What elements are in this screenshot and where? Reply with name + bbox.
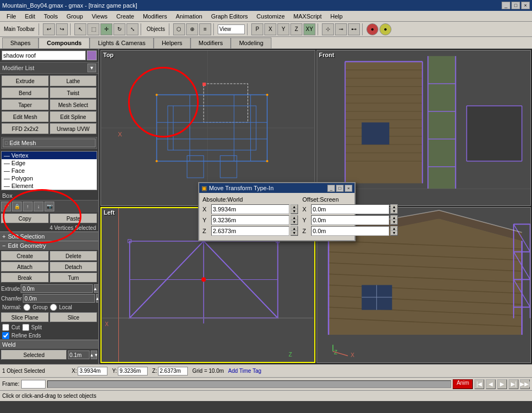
extrude-input[interactable] <box>21 284 93 293</box>
anim-track[interactable] <box>47 380 452 388</box>
dialog-y-abs-spinner[interactable]: ▲ ▼ <box>290 215 298 225</box>
z-axis-btn[interactable]: Z <box>290 23 302 35</box>
snap3-btn[interactable]: ⊷ <box>348 23 360 35</box>
soft-selection-header[interactable]: + Soft Selection <box>0 231 98 241</box>
modifier-stack-item-editmesh[interactable]: □ Edit Mesh <box>3 139 96 147</box>
taper-button[interactable]: Taper <box>2 99 49 110</box>
weld-section-header[interactable]: Weld <box>0 340 98 349</box>
snap2-btn[interactable]: ⊸ <box>335 23 347 35</box>
down-sub-btn[interactable]: ↓ <box>34 202 43 211</box>
xy-btn[interactable]: XY <box>303 23 315 35</box>
cut-checkbox[interactable] <box>2 324 9 331</box>
menu-customize[interactable]: Customize <box>252 12 289 21</box>
x-axis-btn[interactable]: X <box>264 23 276 35</box>
dialog-x-abs-spinner[interactable]: ▲ ▼ <box>290 204 298 214</box>
modifier-list-dropdown[interactable]: ▼ <box>87 64 96 72</box>
dialog-y-off-down[interactable]: ▼ <box>391 220 397 224</box>
dialog-controls[interactable]: _ □ × <box>327 185 352 192</box>
twist-button[interactable]: Twist <box>50 87 97 98</box>
menu-edit[interactable]: Edit <box>21 12 40 21</box>
tab-compounds[interactable]: Compounds <box>39 37 90 48</box>
y-axis-btn[interactable]: Y <box>277 23 289 35</box>
dialog-maximize[interactable]: □ <box>336 185 344 192</box>
split-checkbox[interactable] <box>22 324 29 331</box>
detach-button[interactable]: Detach <box>50 262 98 272</box>
menu-maxscript[interactable]: MAXScript <box>289 12 326 21</box>
select-button[interactable]: ↖ <box>74 23 86 35</box>
tab-modifiers[interactable]: Modifiers <box>191 37 231 48</box>
dialog-y-off-spinner[interactable]: ▲ ▼ <box>390 215 398 225</box>
extrude-button[interactable]: Extrude <box>2 76 49 86</box>
end-frame-btn[interactable]: ▶▶| <box>520 379 530 389</box>
dialog-y-abs-up[interactable]: ▲ <box>291 216 297 220</box>
tab-modeling[interactable]: Modeling <box>231 37 271 48</box>
slice-plane-button[interactable]: Slice Plane <box>1 312 49 322</box>
delete-geo-button[interactable]: Delete <box>50 251 98 261</box>
undo-button[interactable]: ↩ <box>43 23 55 35</box>
move-button[interactable]: ✛ <box>100 23 112 35</box>
tree-item-polygon[interactable]: — Polygon <box>2 174 97 182</box>
turn-button[interactable]: Turn <box>50 273 98 283</box>
dialog-y-off-input[interactable] <box>311 215 389 225</box>
view-input[interactable] <box>218 24 245 34</box>
menu-graph-editors[interactable]: Graph Editors <box>207 12 252 21</box>
next-frame-btn[interactable]: ▶| <box>509 379 518 389</box>
dialog-z-off-down[interactable]: ▼ <box>391 231 397 235</box>
shapes-btn[interactable]: ⬡ <box>173 23 185 35</box>
attach-button[interactable]: Attach <box>1 262 49 272</box>
unwrap-uvw-button[interactable]: Unwrap UVW <box>50 123 97 134</box>
normal-local-radio[interactable] <box>50 304 57 311</box>
coord-z-input[interactable] <box>158 367 188 376</box>
coord-x-input[interactable] <box>78 367 107 376</box>
dialog-x-off-up[interactable]: ▲ <box>391 205 397 209</box>
mesh-select-button[interactable]: Mesh Select <box>50 99 97 110</box>
normal-group-radio[interactable] <box>23 304 30 311</box>
redo-button[interactable]: ↪ <box>56 23 68 35</box>
tree-item-edge[interactable]: — Edge <box>2 159 97 167</box>
dialog-y-abs-down[interactable]: ▼ <box>291 220 297 224</box>
perspective-icon[interactable]: P <box>251 23 263 35</box>
menu-modifiers[interactable]: Modifiers <box>138 12 172 21</box>
tree-item-element[interactable]: — Element <box>2 182 97 190</box>
copy-button[interactable]: Copy <box>1 214 49 223</box>
dialog-z-off-up[interactable]: ▲ <box>391 227 397 231</box>
maximize-button[interactable]: □ <box>511 2 520 9</box>
dialog-z-abs-down[interactable]: ▼ <box>291 231 297 235</box>
dialog-z-abs-spinner[interactable]: ▲ ▼ <box>290 226 298 236</box>
paste-button[interactable]: Paste <box>50 214 98 223</box>
menu-group[interactable]: Group <box>62 12 87 21</box>
edit-spline-button[interactable]: Edit Spline <box>50 111 97 122</box>
menu-tools[interactable]: Tools <box>40 12 62 21</box>
anim-button[interactable]: Anim <box>453 379 473 389</box>
rotate-button[interactable]: ↻ <box>113 23 125 35</box>
create-geo-button[interactable]: Create <box>1 251 49 261</box>
lock-btn[interactable]: 🔒 <box>12 202 22 211</box>
tab-shapes[interactable]: Shapes <box>2 37 39 48</box>
dialog-z-abs-up[interactable]: ▲ <box>291 227 297 231</box>
weld-spinner[interactable]: ▲▼ <box>91 351 97 359</box>
dialog-y-abs-input[interactable] <box>211 215 289 225</box>
menu-views[interactable]: Views <box>87 12 112 21</box>
extrude-spinner[interactable]: ▲▼ <box>94 284 99 293</box>
dialog-z-abs-input[interactable] <box>211 226 289 236</box>
coord-y-input[interactable] <box>118 367 148 376</box>
edit-geometry-header[interactable]: − Edit Geometry <box>0 241 98 250</box>
refine-ends-checkbox[interactable] <box>2 332 9 339</box>
camera-sub-btn[interactable]: 📷 <box>45 202 54 211</box>
material-btn[interactable]: ● <box>366 23 378 35</box>
scale-button[interactable]: ⤡ <box>126 23 138 35</box>
edit-mesh-button[interactable]: Edit Mesh <box>2 111 49 122</box>
dialog-x-abs-input[interactable] <box>211 204 289 214</box>
select-region-button[interactable]: ⬚ <box>87 23 99 35</box>
align-btn[interactable]: ≡ <box>199 23 211 35</box>
dialog-z-off-input[interactable] <box>311 226 389 236</box>
dialog-close[interactable]: × <box>345 185 352 192</box>
bend-button[interactable]: Bend <box>2 87 49 98</box>
chamfer-input[interactable] <box>23 294 95 303</box>
menu-help[interactable]: Help <box>326 12 347 21</box>
tab-helpers[interactable]: Helpers <box>154 37 191 48</box>
tree-item-face[interactable]: — Face <box>2 167 97 174</box>
window-controls[interactable]: _ □ × <box>502 2 530 9</box>
render-btn[interactable]: ● <box>379 23 391 35</box>
dialog-x-abs-down[interactable]: ▼ <box>291 209 297 214</box>
